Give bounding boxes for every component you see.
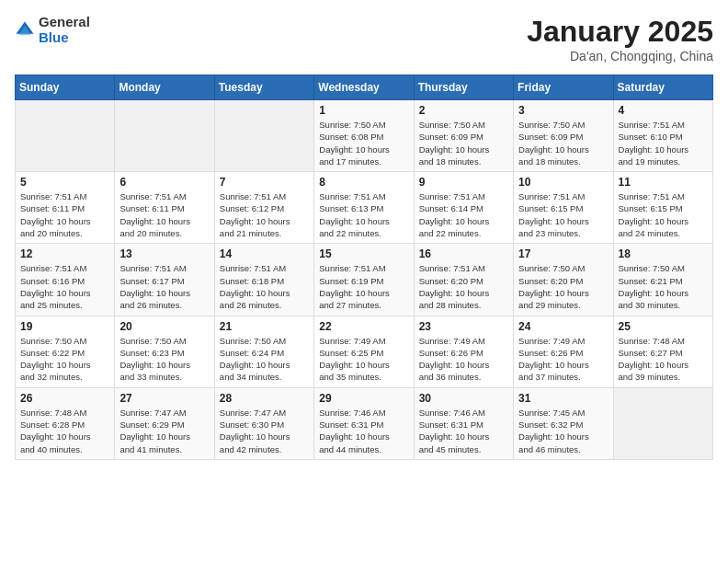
day-number: 10 bbox=[518, 176, 608, 189]
day-number: 29 bbox=[319, 392, 408, 405]
table-row bbox=[214, 100, 313, 172]
day-info: Sunrise: 7:48 AM Sunset: 6:27 PM Dayligh… bbox=[619, 335, 708, 384]
day-info: Sunrise: 7:50 AM Sunset: 6:09 PM Dayligh… bbox=[419, 119, 508, 167]
table-row: 21Sunrise: 7:50 AM Sunset: 6:24 PM Dayli… bbox=[214, 316, 313, 387]
table-row: 27Sunrise: 7:47 AM Sunset: 6:29 PM Dayli… bbox=[115, 387, 214, 459]
day-number: 27 bbox=[119, 392, 209, 405]
weekday-saturday: Saturday bbox=[613, 75, 712, 100]
weekday-wednesday: Wednesday bbox=[314, 75, 414, 100]
table-row: 4Sunrise: 7:51 AM Sunset: 6:10 PM Daylig… bbox=[613, 100, 712, 172]
calendar-title: January 2025 bbox=[527, 15, 713, 49]
day-info: Sunrise: 7:50 AM Sunset: 6:20 PM Dayligh… bbox=[518, 262, 608, 311]
weekday-thursday: Thursday bbox=[414, 75, 513, 100]
day-info: Sunrise: 7:45 AM Sunset: 6:32 PM Dayligh… bbox=[518, 407, 608, 455]
day-number: 12 bbox=[20, 247, 109, 260]
table-row: 17Sunrise: 7:50 AM Sunset: 6:20 PM Dayli… bbox=[514, 244, 613, 316]
table-row: 14Sunrise: 7:51 AM Sunset: 6:18 PM Dayli… bbox=[214, 244, 313, 316]
table-row: 12Sunrise: 7:51 AM Sunset: 6:16 PM Dayli… bbox=[16, 244, 115, 316]
day-info: Sunrise: 7:51 AM Sunset: 6:10 PM Dayligh… bbox=[619, 119, 708, 167]
table-row: 30Sunrise: 7:46 AM Sunset: 6:31 PM Dayli… bbox=[414, 387, 513, 459]
day-number: 17 bbox=[518, 247, 608, 260]
day-info: Sunrise: 7:48 AM Sunset: 6:28 PM Dayligh… bbox=[20, 407, 109, 455]
table-row: 7Sunrise: 7:51 AM Sunset: 6:12 PM Daylig… bbox=[214, 172, 313, 244]
day-number: 11 bbox=[619, 176, 708, 189]
day-info: Sunrise: 7:50 AM Sunset: 6:08 PM Dayligh… bbox=[319, 119, 408, 167]
table-row: 16Sunrise: 7:51 AM Sunset: 6:20 PM Dayli… bbox=[414, 244, 513, 316]
title-block: January 2025 Da'an, Chongqing, China bbox=[527, 15, 713, 63]
calendar-header-row: Sunday Monday Tuesday Wednesday Thursday… bbox=[16, 75, 713, 100]
table-row bbox=[115, 100, 214, 172]
weekday-sunday: Sunday bbox=[16, 75, 115, 100]
table-row: 29Sunrise: 7:46 AM Sunset: 6:31 PM Dayli… bbox=[314, 387, 414, 459]
day-info: Sunrise: 7:46 AM Sunset: 6:31 PM Dayligh… bbox=[419, 407, 508, 455]
day-number: 23 bbox=[419, 320, 508, 333]
day-number: 8 bbox=[319, 176, 408, 189]
day-number: 30 bbox=[419, 392, 508, 405]
day-number: 24 bbox=[518, 320, 608, 333]
table-row: 10Sunrise: 7:51 AM Sunset: 6:15 PM Dayli… bbox=[514, 172, 613, 244]
logo: General Blue bbox=[15, 15, 90, 45]
day-number: 18 bbox=[619, 247, 708, 260]
table-row: 15Sunrise: 7:51 AM Sunset: 6:19 PM Dayli… bbox=[314, 244, 414, 316]
day-info: Sunrise: 7:51 AM Sunset: 6:15 PM Dayligh… bbox=[619, 190, 708, 239]
day-info: Sunrise: 7:50 AM Sunset: 6:21 PM Dayligh… bbox=[619, 262, 708, 311]
table-row: 8Sunrise: 7:51 AM Sunset: 6:13 PM Daylig… bbox=[314, 172, 414, 244]
day-info: Sunrise: 7:51 AM Sunset: 6:17 PM Dayligh… bbox=[119, 262, 209, 311]
day-number: 3 bbox=[518, 104, 608, 117]
day-info: Sunrise: 7:50 AM Sunset: 6:09 PM Dayligh… bbox=[518, 119, 608, 167]
table-row: 19Sunrise: 7:50 AM Sunset: 6:22 PM Dayli… bbox=[16, 316, 115, 387]
logo-blue-text: Blue bbox=[39, 30, 90, 46]
table-row: 31Sunrise: 7:45 AM Sunset: 6:32 PM Dayli… bbox=[514, 387, 613, 459]
day-number: 16 bbox=[419, 247, 508, 260]
table-row: 24Sunrise: 7:49 AM Sunset: 6:26 PM Dayli… bbox=[514, 316, 613, 387]
table-row: 18Sunrise: 7:50 AM Sunset: 6:21 PM Dayli… bbox=[613, 244, 712, 316]
table-row: 26Sunrise: 7:48 AM Sunset: 6:28 PM Dayli… bbox=[16, 387, 115, 459]
day-number: 4 bbox=[619, 104, 708, 117]
day-number: 9 bbox=[419, 176, 508, 189]
calendar-week-4: 19Sunrise: 7:50 AM Sunset: 6:22 PM Dayli… bbox=[16, 316, 713, 387]
table-row bbox=[16, 100, 115, 172]
day-info: Sunrise: 7:51 AM Sunset: 6:12 PM Dayligh… bbox=[220, 190, 309, 239]
calendar-week-3: 12Sunrise: 7:51 AM Sunset: 6:16 PM Dayli… bbox=[16, 244, 713, 316]
day-info: Sunrise: 7:51 AM Sunset: 6:13 PM Dayligh… bbox=[319, 190, 408, 239]
day-info: Sunrise: 7:51 AM Sunset: 6:15 PM Dayligh… bbox=[518, 190, 608, 239]
weekday-friday: Friday bbox=[514, 75, 613, 100]
day-number: 7 bbox=[220, 176, 309, 189]
day-info: Sunrise: 7:46 AM Sunset: 6:31 PM Dayligh… bbox=[319, 407, 408, 455]
day-number: 19 bbox=[20, 320, 109, 333]
day-info: Sunrise: 7:51 AM Sunset: 6:18 PM Dayligh… bbox=[220, 262, 309, 311]
day-info: Sunrise: 7:51 AM Sunset: 6:14 PM Dayligh… bbox=[419, 190, 508, 239]
table-row: 28Sunrise: 7:47 AM Sunset: 6:30 PM Dayli… bbox=[214, 387, 313, 459]
day-number: 28 bbox=[220, 392, 309, 405]
day-number: 22 bbox=[319, 320, 408, 333]
day-info: Sunrise: 7:49 AM Sunset: 6:26 PM Dayligh… bbox=[419, 335, 508, 384]
day-info: Sunrise: 7:50 AM Sunset: 6:22 PM Dayligh… bbox=[20, 335, 109, 384]
day-number: 1 bbox=[319, 104, 408, 117]
day-number: 15 bbox=[319, 247, 408, 260]
day-number: 26 bbox=[20, 392, 109, 405]
day-number: 25 bbox=[619, 320, 708, 333]
day-info: Sunrise: 7:47 AM Sunset: 6:29 PM Dayligh… bbox=[119, 407, 209, 455]
calendar-week-5: 26Sunrise: 7:48 AM Sunset: 6:28 PM Dayli… bbox=[16, 387, 713, 459]
day-info: Sunrise: 7:51 AM Sunset: 6:11 PM Dayligh… bbox=[20, 190, 109, 239]
day-info: Sunrise: 7:51 AM Sunset: 6:16 PM Dayligh… bbox=[20, 262, 109, 311]
day-number: 13 bbox=[119, 247, 209, 260]
day-number: 20 bbox=[119, 320, 209, 333]
page-header: General Blue January 2025 Da'an, Chongqi… bbox=[15, 15, 713, 63]
day-info: Sunrise: 7:47 AM Sunset: 6:30 PM Dayligh… bbox=[220, 407, 309, 455]
day-info: Sunrise: 7:49 AM Sunset: 6:26 PM Dayligh… bbox=[518, 335, 608, 384]
calendar-location: Da'an, Chongqing, China bbox=[527, 49, 713, 63]
table-row: 3Sunrise: 7:50 AM Sunset: 6:09 PM Daylig… bbox=[514, 100, 613, 172]
table-row: 6Sunrise: 7:51 AM Sunset: 6:11 PM Daylig… bbox=[115, 172, 214, 244]
logo-general-text: General bbox=[39, 15, 90, 30]
table-row: 5Sunrise: 7:51 AM Sunset: 6:11 PM Daylig… bbox=[16, 172, 115, 244]
logo-icon bbox=[15, 20, 35, 40]
day-number: 5 bbox=[20, 176, 109, 189]
calendar-week-2: 5Sunrise: 7:51 AM Sunset: 6:11 PM Daylig… bbox=[16, 172, 713, 244]
day-info: Sunrise: 7:50 AM Sunset: 6:24 PM Dayligh… bbox=[220, 335, 309, 384]
table-row: 1Sunrise: 7:50 AM Sunset: 6:08 PM Daylig… bbox=[314, 100, 414, 172]
day-number: 2 bbox=[419, 104, 508, 117]
day-info: Sunrise: 7:51 AM Sunset: 6:11 PM Dayligh… bbox=[119, 190, 209, 239]
table-row: 20Sunrise: 7:50 AM Sunset: 6:23 PM Dayli… bbox=[115, 316, 214, 387]
day-info: Sunrise: 7:51 AM Sunset: 6:20 PM Dayligh… bbox=[419, 262, 508, 311]
